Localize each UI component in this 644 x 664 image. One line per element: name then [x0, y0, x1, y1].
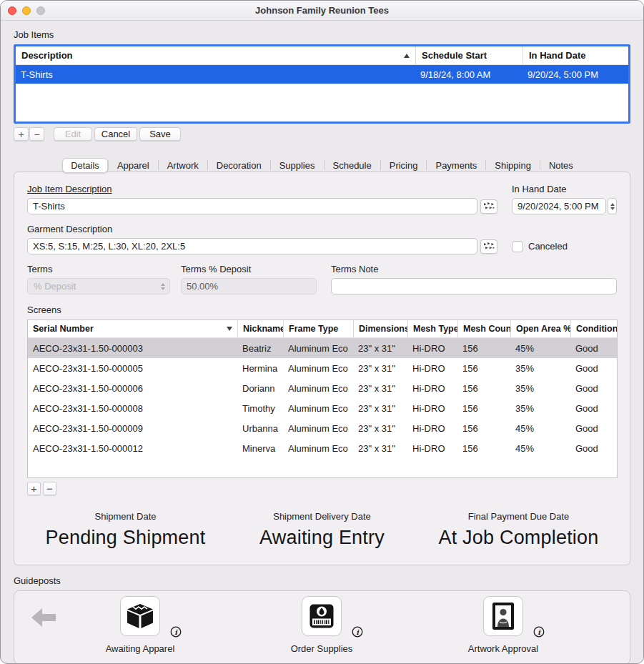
zoom-window-icon[interactable] [36, 6, 45, 15]
terms-deposit-field[interactable]: 50.00% [181, 278, 317, 294]
guidepost-label: Order Supplies [268, 643, 375, 654]
screens-header: Serial Number Nickname Frame Type Dimens… [28, 320, 617, 338]
window-controls [8, 6, 45, 15]
terms-note-label: Terms Note [331, 264, 378, 274]
column-header-frame-type[interactable]: Frame Type [283, 320, 353, 337]
job-item-schedule-start-cell: 9/18/24, 8:00 AM [415, 65, 522, 84]
framed-portrait-icon [492, 602, 515, 630]
tab-supplies[interactable]: Supplies [271, 158, 324, 173]
guidepost-icon-button[interactable]: i [483, 596, 523, 636]
column-header-open-area[interactable]: Open Area % [510, 320, 570, 337]
edit-button[interactable]: Edit [54, 127, 92, 141]
tab-decoration[interactable]: Decoration [208, 158, 270, 173]
tab-pricing[interactable]: Pricing [381, 158, 427, 173]
column-header-mesh-type[interactable]: Mesh Type [407, 320, 457, 337]
guidepost-order-supplies[interactable]: i Order Supplies [268, 596, 375, 654]
final-payment-due-date-label: Final Payment Due Date [420, 511, 617, 522]
title-bar: Johnson Family Reunion Tees [1, 1, 643, 21]
date-stepper[interactable] [608, 198, 617, 214]
dropdown-chevrons-icon [161, 283, 165, 290]
final-payment-due-date-value: At Job Completion [420, 527, 617, 549]
tab-details[interactable]: Details [62, 158, 108, 173]
info-icon[interactable]: i [533, 626, 545, 638]
terms-dropdown[interactable]: % Deposit [27, 278, 170, 294]
svg-text:i: i [538, 628, 541, 636]
close-window-icon[interactable] [8, 6, 16, 15]
column-header-nickname[interactable]: Nickname [237, 320, 283, 337]
garment-description-field[interactable]: XS:5, S:15, M:25, L:30, XL:20, 2XL:5 [27, 238, 477, 254]
screens-label: Screens [27, 304, 617, 315]
in-hand-date-label: In Hand Date [512, 184, 617, 194]
garment-description-label: Garment Description [27, 224, 112, 234]
column-header-serial-number[interactable]: Serial Number [28, 320, 237, 337]
back-arrow-button[interactable] [30, 607, 57, 628]
window-title: Johnson Family Reunion Tees [255, 5, 389, 16]
add-screen-button[interactable]: + [27, 482, 41, 495]
job-item-description-cell: T-Shirts [16, 65, 415, 84]
job-items-label: Job Items [14, 29, 630, 40]
screen-row[interactable]: AECO-23x31-1.50-000006 Doriann Aluminum … [28, 378, 617, 398]
job-item-description-field[interactable]: T-Shirts [27, 198, 477, 214]
sort-descending-icon [227, 327, 232, 331]
tab-shipping[interactable]: Shipping [486, 158, 540, 173]
guideposts-box: i Awaiting Apparel [14, 590, 630, 664]
screen-row[interactable]: AECO-23x31-1.50-000012 Minerva Aluminum … [28, 438, 617, 458]
guidepost-icon-button[interactable]: i [120, 596, 160, 636]
terms-note-field[interactable] [331, 278, 617, 294]
job-items-header: Description Schedule Start In Hand Date [16, 46, 628, 65]
tab-notes[interactable]: Notes [540, 158, 582, 173]
cancel-button[interactable]: Cancel [94, 127, 137, 141]
tab-apparel[interactable]: Apparel [109, 158, 158, 173]
app-window: Johnson Family Reunion Tees Job Items De… [0, 0, 644, 664]
stepper-down-icon [610, 207, 615, 210]
remove-job-item-button[interactable]: − [29, 127, 44, 141]
column-header-description[interactable]: Description [16, 46, 415, 64]
screens-empty-area [28, 458, 617, 477]
screen-row[interactable]: AECO-23x31-1.50-000003 Beatriz Aluminum … [28, 338, 617, 358]
svg-text:i: i [174, 628, 178, 636]
final-payment-due-date-block: Final Payment Due Date At Job Completion [420, 511, 617, 549]
sort-ascending-icon [404, 54, 410, 58]
minimize-window-icon[interactable] [22, 6, 31, 15]
column-header-mesh-count[interactable]: Mesh Count [457, 320, 510, 337]
column-header-dimensions[interactable]: Dimensions [353, 320, 407, 337]
job-items-empty-area [16, 84, 628, 122]
tab-artwork[interactable]: Artwork [159, 158, 207, 173]
autofill-icon[interactable] [480, 239, 497, 254]
autofill-icon[interactable] [480, 199, 497, 214]
guidepost-icon-button[interactable]: i [302, 596, 342, 636]
guidepost-label: Artwork Approval [450, 643, 557, 654]
info-icon[interactable]: i [352, 626, 363, 638]
screens-table: Serial Number Nickname Frame Type Dimens… [27, 319, 618, 478]
shipment-delivery-date-label: Shipment Delivery Date [224, 511, 420, 522]
save-button[interactable]: Save [139, 127, 181, 141]
in-hand-date-field[interactable]: 9/20/2024, 5:00 PM [512, 198, 606, 214]
details-panel: Job Item Description In Hand Date T-Shir… [14, 172, 630, 565]
column-header-condition[interactable]: Condition [570, 320, 617, 337]
terms-label: Terms [27, 264, 181, 274]
column-header-in-hand-date[interactable]: In Hand Date [522, 46, 628, 64]
screen-row[interactable]: AECO-23x31-1.50-000008 Timothy Aluminum … [28, 398, 617, 418]
guideposts-label: Guideposts [14, 575, 630, 586]
job-item-in-hand-date-cell: 9/20/24, 5:00 PM [522, 65, 628, 84]
terms-deposit-label: Terms % Deposit [181, 264, 331, 274]
canceled-checkbox[interactable] [512, 241, 523, 252]
guidepost-label: Awaiting Apparel [86, 643, 194, 654]
screen-row[interactable]: AECO-23x31-1.50-000005 Hermina Aluminum … [28, 358, 617, 378]
job-item-row-selected[interactable]: T-Shirts 9/18/24, 8:00 AM 9/20/24, 5:00 … [16, 65, 628, 84]
tab-payments[interactable]: Payments [427, 158, 485, 173]
guidepost-artwork-approval[interactable]: i Artwork Approval [450, 596, 557, 654]
screen-row[interactable]: AECO-23x31-1.50-000009 Urbanna Aluminum … [28, 418, 617, 438]
add-job-item-button[interactable]: + [14, 127, 29, 141]
tab-schedule[interactable]: Schedule [325, 158, 380, 173]
job-item-description-label[interactable]: Job Item Description [27, 184, 112, 194]
canceled-label: Canceled [528, 241, 568, 252]
info-icon[interactable]: i [170, 626, 182, 638]
shipment-delivery-date-block: Shipment Delivery Date Awaiting Entry [224, 511, 420, 549]
guidepost-awaiting-apparel[interactable]: i Awaiting Apparel [86, 596, 194, 654]
shipment-date-label: Shipment Date [27, 511, 224, 522]
column-header-schedule-start[interactable]: Schedule Start [415, 46, 522, 64]
remove-screen-button[interactable]: − [43, 482, 56, 495]
job-items-table: Description Schedule Start In Hand Date … [14, 44, 630, 124]
tab-bar: Details Apparel Artwork Decoration Suppl… [14, 157, 630, 174]
